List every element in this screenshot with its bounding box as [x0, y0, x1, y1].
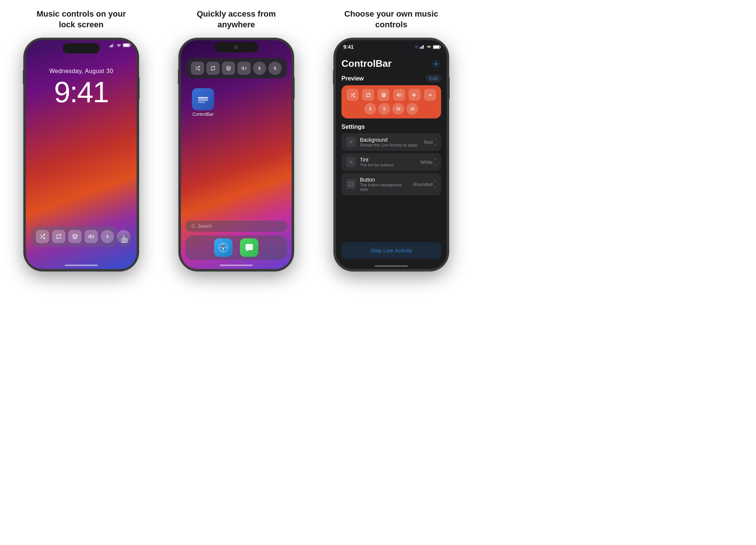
layers-button[interactable]	[68, 230, 82, 243]
preview-5a-btn[interactable]: 5	[364, 103, 376, 115]
tint-row-icon	[346, 157, 356, 167]
settings-gear-icon[interactable]	[431, 59, 441, 69]
preview-shuffle-btn[interactable]	[347, 89, 358, 101]
settings-section: Choose your own musiccontrols 9:41	[314, 7, 469, 271]
battery-icon	[123, 43, 131, 47]
phone1-notch	[63, 43, 100, 54]
preview-widget: 5 5 15 15	[341, 85, 441, 118]
tint-row-content: Tint The tint for buttons	[360, 157, 417, 167]
w-layers-btn[interactable]	[222, 62, 235, 75]
w-vol-up-btn[interactable]	[237, 62, 251, 75]
controlbar-app-icon[interactable]	[192, 88, 214, 110]
svg-point-31	[350, 141, 352, 143]
w-repeat-btn[interactable]	[206, 62, 220, 75]
settings-app-title: ControlBar	[341, 58, 392, 69]
preview-15a-btn[interactable]: 15	[392, 103, 404, 115]
shuffle-button[interactable]	[36, 230, 49, 243]
wifi-icon	[116, 44, 121, 47]
controlbar-app-label: ControlBar	[192, 112, 213, 117]
background-row-subtitle: Restart the Live Activity to apply	[360, 143, 420, 147]
svg-rect-21	[421, 46, 422, 49]
phone2-screen: 5 5 ControlBar	[181, 40, 292, 269]
preview-vol-down-btn[interactable]	[409, 89, 420, 101]
svg-rect-9	[198, 97, 208, 99]
svg-rect-25	[433, 46, 439, 48]
search-bar[interactable]: Search	[185, 221, 287, 232]
preview-label: Preview	[341, 75, 364, 82]
svg-rect-10	[198, 99, 208, 101]
svg-rect-22	[422, 46, 423, 49]
safari-dock-icon[interactable]	[214, 238, 233, 257]
control-bar-widget: 5 5	[185, 58, 287, 79]
settings-row-tint[interactable]: Tint The tint for buttons White ⌃⌄	[341, 153, 441, 171]
volume-up-button[interactable]	[85, 230, 98, 243]
skip5-forward-button[interactable]: 5	[101, 230, 114, 243]
preview-repeat-btn[interactable]	[362, 89, 374, 101]
phone3-battery-icon	[433, 45, 441, 49]
tint-value-text: White	[420, 159, 433, 165]
dock-icons	[185, 235, 287, 260]
status-time: 9:41	[343, 44, 354, 50]
svg-marker-8	[242, 67, 244, 70]
svg-rect-5	[123, 44, 129, 46]
preview-add-btn[interactable]	[424, 89, 436, 101]
status-icons-right	[110, 43, 131, 47]
settings-row-button[interactable]: Button The button background style Round…	[341, 173, 441, 195]
messages-dock-icon[interactable]	[240, 238, 258, 257]
phone-frame-2: 5 5 ControlBar	[179, 38, 294, 271]
svg-marker-6	[89, 235, 91, 238]
search-text: Search	[198, 224, 212, 229]
phone1-screen: ·	[26, 40, 137, 269]
front-camera	[234, 45, 238, 49]
dock-area: Search	[185, 221, 287, 260]
preview-5b-btn[interactable]: 5	[378, 103, 390, 115]
settings-section-label: Settings	[341, 124, 441, 130]
background-chevron: ⌃⌄	[434, 138, 437, 146]
svg-rect-23	[423, 45, 424, 49]
w-skip5f-btn[interactable]: 5	[253, 62, 266, 75]
section-title-3: Choose your own musiccontrols	[344, 7, 438, 31]
preview-15b-btn[interactable]: 15	[406, 103, 418, 115]
svg-marker-28	[413, 93, 415, 96]
w-skip5b-btn[interactable]: 5	[268, 62, 282, 75]
svg-rect-1	[111, 45, 111, 47]
svg-marker-17	[223, 248, 224, 250]
settings-row-background[interactable]: Background Restart the Live Activity to …	[341, 133, 441, 151]
section-title-1: Music controls on yourlock screen	[37, 7, 126, 31]
background-row-title: Background	[360, 137, 420, 143]
edit-button[interactable]: Edit	[426, 75, 441, 82]
w-shuffle-btn[interactable]	[191, 62, 204, 75]
svg-point-32	[350, 161, 352, 163]
preview-section: Preview Edit	[341, 75, 441, 118]
button-value-text: Rounded	[413, 182, 433, 187]
svg-point-7	[123, 239, 125, 241]
phone3-activity-icon	[415, 45, 418, 49]
background-value-text: Red	[424, 139, 433, 145]
svg-rect-2	[112, 44, 113, 47]
phone2-home-indicator	[220, 265, 253, 266]
settings-header-row: ControlBar	[341, 58, 441, 69]
camera-button[interactable]	[118, 234, 131, 247]
preview-vol-up-btn[interactable]	[393, 89, 405, 101]
svg-rect-3	[113, 44, 114, 47]
svg-rect-11	[198, 101, 205, 103]
button-chevron: ⌃⌄	[434, 180, 437, 188]
preview-layers-btn[interactable]	[378, 89, 389, 101]
button-row-subtitle: The button background style	[360, 183, 409, 192]
button-row-title: Button	[360, 177, 409, 183]
tint-chevron: ⌃⌄	[434, 158, 437, 166]
phone3-home-indicator	[375, 265, 408, 267]
phone1-date: Wednesday, August 30	[26, 68, 137, 75]
stop-live-activity-button[interactable]: Stop Live Activity	[341, 242, 441, 259]
tint-row-value: White ⌃⌄	[420, 158, 437, 166]
svg-rect-20	[420, 47, 420, 49]
main-container: Music controls on yourlock screen ·	[4, 7, 469, 271]
repeat-button[interactable]	[52, 230, 65, 243]
svg-point-19	[416, 46, 417, 47]
phone3-screen: 9:41	[336, 40, 447, 269]
svg-rect-33	[349, 182, 353, 186]
phone-frame-1: ·	[24, 38, 139, 271]
lock-controls-bar: 5 5	[31, 226, 118, 247]
svg-marker-16	[223, 245, 224, 248]
preview-label-row: Preview Edit	[341, 75, 441, 82]
